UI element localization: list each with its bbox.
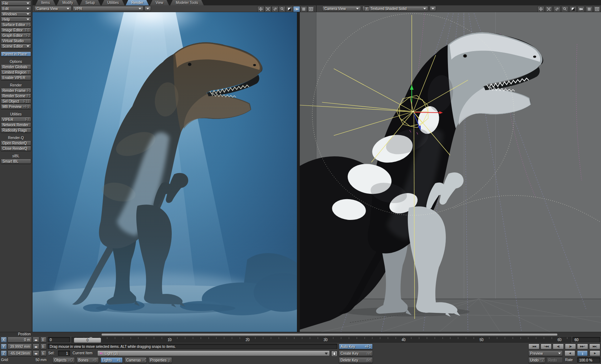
x-axis-button[interactable]: X bbox=[1, 337, 7, 343]
camera-icon[interactable] bbox=[293, 6, 300, 12]
play-button[interactable]: ▶ bbox=[590, 350, 600, 356]
prev-key-button[interactable]: +◀◀ bbox=[541, 344, 552, 349]
open-renderq-button[interactable]: Open RenderQ bbox=[1, 141, 31, 146]
shaded-scene-viewport[interactable] bbox=[300, 12, 601, 332]
surface-editor-button[interactable]: Surface EditorF5 bbox=[1, 22, 31, 27]
maximize-icon[interactable] bbox=[286, 6, 293, 12]
rate-field[interactable]: 100.0 % bbox=[577, 357, 600, 363]
magnify-icon[interactable] bbox=[561, 6, 568, 12]
z-envelope-button[interactable]: E bbox=[40, 350, 47, 356]
end-frame-field[interactable]: 60 bbox=[572, 337, 600, 343]
tab-setup[interactable]: Setup bbox=[80, 0, 101, 5]
delete-key-button[interactable]: Delete Keydel bbox=[339, 357, 373, 363]
rotate-icon[interactable] bbox=[264, 6, 272, 12]
current-item-dropdown[interactable]: Light (3) bbox=[97, 350, 330, 356]
render-frame-button[interactable]: Render FrameF9 bbox=[1, 88, 31, 93]
virtual-studio-button[interactable]: Virtual Studio bbox=[1, 38, 31, 43]
camera-icon[interactable] bbox=[577, 6, 585, 12]
x-envelope-button[interactable]: E bbox=[40, 337, 47, 343]
right-view-type-dropdown[interactable]: Camera View bbox=[322, 6, 361, 11]
image-editor-button[interactable]: Image EditorF6 bbox=[1, 28, 31, 33]
enable-viper-button[interactable]: Enable VIPER bbox=[1, 75, 31, 80]
menu-icon[interactable] bbox=[586, 6, 593, 12]
play-reverse-button[interactable]: ◀ bbox=[565, 350, 575, 356]
left-view-type-dropdown[interactable]: Camera View bbox=[34, 6, 72, 11]
y-value-field[interactable]: 39.9992 mm bbox=[8, 344, 32, 349]
timeline-scrollbar[interactable] bbox=[101, 333, 558, 336]
orbit-icon[interactable] bbox=[553, 6, 561, 12]
redo-button[interactable]: Redo bbox=[547, 357, 563, 363]
pause-button[interactable]: || bbox=[577, 350, 588, 356]
menu-edit[interactable]: Edit bbox=[1, 6, 31, 11]
viper-button[interactable]: VIPERF7 bbox=[1, 117, 31, 122]
mb-preview-button[interactable]: MB Preview+F9 bbox=[1, 104, 31, 109]
status-message: Drag mouse in view to move selected item… bbox=[48, 344, 337, 349]
timeline-frame-slider[interactable]: 0 bbox=[74, 338, 101, 343]
menu-icon[interactable] bbox=[300, 6, 307, 12]
timeline-scroll-strip: Position bbox=[0, 332, 601, 336]
y-axis-button[interactable]: Y bbox=[1, 344, 7, 349]
panes-icon[interactable] bbox=[593, 6, 601, 12]
render-scene-button[interactable]: Render SceneF10 bbox=[1, 93, 31, 98]
z-value-field[interactable]: -65.0419mm bbox=[8, 350, 32, 356]
tab-view[interactable]: View bbox=[150, 0, 169, 5]
create-key-button[interactable]: Create Keyret bbox=[339, 350, 373, 356]
vpr-render-viewport[interactable] bbox=[33, 12, 297, 332]
sel-object-button[interactable]: Sel ObjectF11 bbox=[1, 99, 31, 104]
properties-button[interactable]: Propertiesp bbox=[148, 357, 172, 363]
left-viewport-options-dropdown[interactable] bbox=[145, 6, 151, 11]
menu-help[interactable]: Help bbox=[1, 17, 31, 22]
tab-render[interactable]: Render bbox=[126, 0, 149, 5]
cameras-mode-button[interactable]: Cameras+C bbox=[124, 357, 147, 363]
tab-utilities[interactable]: Utilities bbox=[102, 0, 124, 5]
go-first-button[interactable]: |◀◀ bbox=[528, 344, 539, 349]
tab-items[interactable]: Items bbox=[35, 0, 55, 5]
lights-mode-button[interactable]: Lights+L bbox=[101, 357, 123, 363]
tab-modeler-tools[interactable]: Modeler Tools bbox=[170, 0, 204, 5]
next-key-button[interactable]: ▶▶+ bbox=[577, 344, 588, 349]
left-render-mode-dropdown[interactable]: VPR bbox=[73, 6, 143, 11]
auto-key-button[interactable]: Auto Key+F1 bbox=[339, 344, 373, 349]
move-icon[interactable] bbox=[537, 6, 544, 12]
z-nudge-arrows[interactable]: ◀▶ bbox=[33, 350, 39, 356]
z-axis-button[interactable]: Z bbox=[1, 350, 7, 356]
undo-button[interactable]: Undo^Z bbox=[528, 357, 545, 363]
tab-modify[interactable]: Modify bbox=[57, 0, 78, 5]
y-envelope-button[interactable]: E bbox=[40, 344, 47, 349]
timeline-ruler[interactable]: 10 20 30 40 50 60 0 bbox=[72, 337, 571, 343]
radiosity-flags-button[interactable]: Radiosity Flags bbox=[1, 128, 31, 133]
tick-label-60: 60 bbox=[557, 338, 561, 342]
objects-mode-button[interactable]: Objects+O bbox=[53, 357, 75, 363]
item-list-button[interactable] bbox=[331, 351, 337, 356]
chevron-down-icon bbox=[26, 3, 29, 4]
menu-windows[interactable]: Windows bbox=[1, 11, 31, 16]
scene-editor-button[interactable]: Scene Editor bbox=[1, 44, 31, 49]
chevron-down-icon bbox=[325, 353, 328, 354]
limited-region-button[interactable]: Limited Regionl bbox=[1, 70, 31, 75]
close-renderq-button[interactable]: Close RenderQ bbox=[1, 146, 31, 151]
maximize-icon[interactable] bbox=[570, 6, 577, 12]
magnify-icon[interactable] bbox=[279, 6, 286, 12]
graph-editor-button[interactable]: Graph Editor^F2 bbox=[1, 33, 31, 38]
panes-icon[interactable] bbox=[307, 6, 314, 12]
y-nudge-arrows[interactable]: ◀▶ bbox=[33, 344, 39, 349]
current-frame-field[interactable]: 0 bbox=[48, 337, 70, 343]
viewport-divider[interactable] bbox=[297, 12, 300, 332]
x-nudge-arrows[interactable]: ◀▶ bbox=[33, 337, 39, 343]
right-render-mode-dropdown[interactable]: TTextured Shaded Solid bbox=[362, 6, 428, 11]
rotate-icon[interactable] bbox=[545, 6, 552, 12]
step-back-button[interactable]: ◀|| bbox=[553, 344, 564, 349]
smart-ibl-button[interactable]: Smart IBL bbox=[1, 159, 31, 164]
step-forward-button[interactable]: ||▶ bbox=[565, 344, 576, 349]
network-render-button[interactable]: Network Render bbox=[1, 122, 31, 127]
menu-file[interactable]: File bbox=[1, 1, 31, 6]
bones-mode-button[interactable]: Bones+B bbox=[77, 357, 99, 363]
x-value-field[interactable]: 0 m bbox=[8, 337, 32, 343]
preview-dropdown[interactable]: Preview bbox=[528, 350, 563, 356]
right-viewport-options-dropdown[interactable] bbox=[430, 6, 436, 11]
move-icon[interactable] bbox=[257, 6, 264, 12]
go-last-button[interactable]: ▶▶| bbox=[589, 344, 600, 349]
render-globals-button[interactable]: Render Globals bbox=[1, 64, 31, 69]
parent-in-place-button[interactable]: Parent in Place bbox=[1, 51, 31, 56]
orbit-icon[interactable] bbox=[272, 6, 279, 12]
